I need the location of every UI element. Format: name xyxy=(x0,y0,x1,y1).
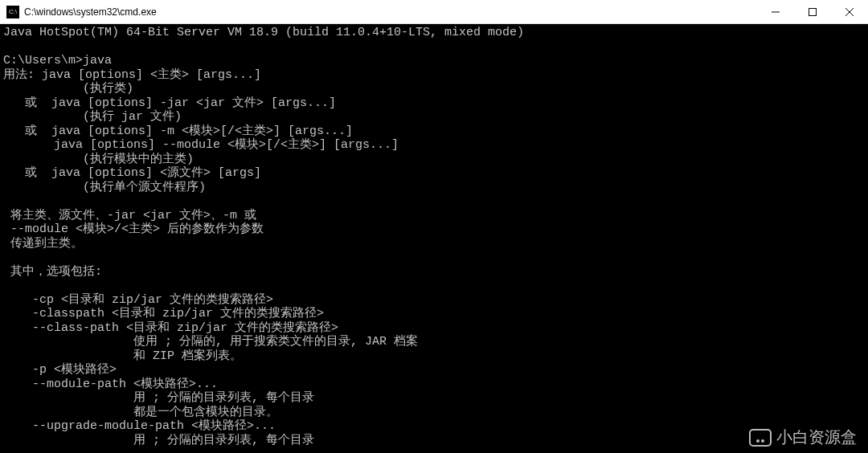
maximize-icon xyxy=(809,8,817,16)
maximize-button[interactable] xyxy=(794,0,831,23)
close-icon xyxy=(845,8,854,16)
minimize-icon xyxy=(772,8,780,16)
window-controls xyxy=(757,0,868,23)
wechat-icon xyxy=(749,429,772,447)
window-title: C:\windows\system32\cmd.exe xyxy=(24,6,757,18)
titlebar: C:\ C:\windows\system32\cmd.exe xyxy=(0,0,868,24)
minimize-button[interactable] xyxy=(757,0,794,23)
watermark-text: 小白资源盒 xyxy=(776,426,857,448)
cmd-icon: C:\ xyxy=(6,6,19,18)
terminal-output[interactable]: Java HotSpot(TM) 64-Bit Server VM 18.9 (… xyxy=(0,24,868,449)
close-button[interactable] xyxy=(831,0,868,23)
watermark: 小白资源盒 xyxy=(749,426,857,448)
svg-rect-1 xyxy=(809,8,817,15)
